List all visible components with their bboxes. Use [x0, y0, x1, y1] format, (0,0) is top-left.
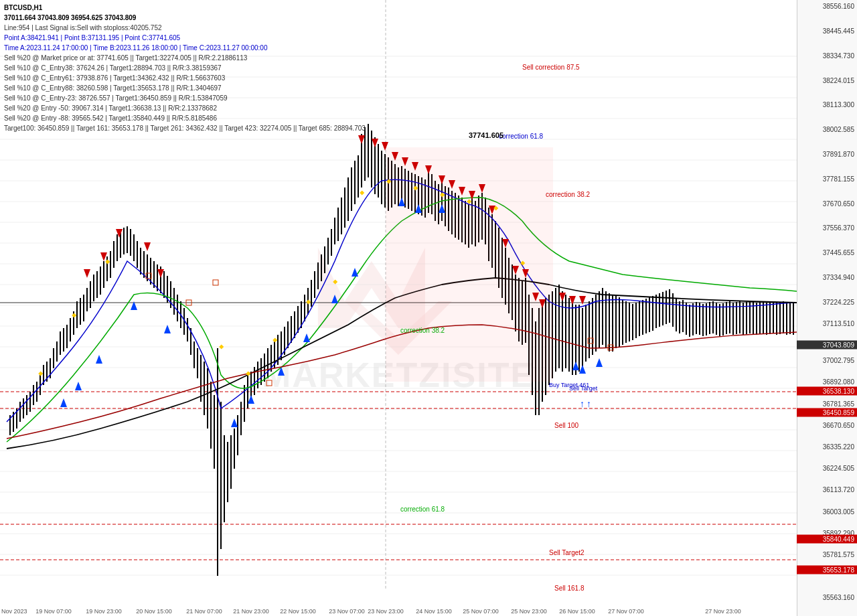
svg-rect-332	[266, 380, 272, 386]
price-35653-highlight: 35653.178	[797, 566, 857, 574]
svg-marker-287	[596, 358, 603, 367]
time-24nov-15: 24 Nov 15:00	[416, 608, 452, 615]
time-21nov-07: 21 Nov 07:00	[186, 608, 222, 615]
svg-marker-292	[157, 269, 164, 278]
svg-rect-317	[219, 344, 224, 349]
time-27nov-07: 27 Nov 07:00	[608, 608, 644, 615]
price-36003: 36003.005	[823, 508, 854, 515]
buy-signal-arrow-2: ↑	[587, 398, 591, 409]
time-18nov: 18 Nov 2023	[0, 608, 27, 615]
svg-marker-289	[100, 252, 107, 261]
price-35840-highlight: 35840.449	[797, 535, 857, 544]
buy-signal-arrow-1: ↑	[580, 398, 585, 409]
sell-line-1: Sell %20 @ Market price or at: 37741.605…	[4, 53, 366, 63]
indicator-line1: Line:954 | Last Signal is:Sell with stop…	[4, 23, 366, 33]
time-25nov-23: 25 Nov 23:00	[511, 608, 547, 615]
price-37002: 37002.795	[823, 357, 854, 364]
indicator-line3: Time A:2023.11.24 17:00:00 | Time B:2023…	[4, 43, 366, 53]
svg-marker-311	[559, 293, 566, 301]
svg-marker-276	[231, 418, 238, 427]
correction-61-8-bot: correction 61.8	[400, 506, 445, 513]
chart-title: BTCUSD,H1	[4, 3, 366, 13]
svg-rect-319	[272, 337, 277, 342]
sell-100: Sell 100	[554, 422, 578, 429]
sell-target-label: Sell Target	[569, 385, 597, 392]
sell-line-7: Sell %20 @ Entry -88: 39565.542 | Target…	[4, 113, 366, 123]
time-21nov-23: 21 Nov 23:00	[233, 608, 269, 615]
svg-marker-312	[569, 296, 576, 305]
info-panel: BTCUSD,H1 37011.664 37043.809 36954.625 …	[0, 0, 370, 136]
sell-161-8: Sell 161.8	[554, 585, 584, 592]
price-current: 37043.809	[797, 341, 857, 350]
price-37334: 37334.940	[823, 274, 854, 281]
correction-38-2-top: correction 38.2	[546, 191, 590, 198]
time-19nov-23: 19 Nov 23:00	[86, 608, 122, 615]
sell-line-2: Sell %10 @ C_Entry38: 37624.26 | Target1…	[4, 63, 366, 73]
svg-rect-321	[333, 279, 337, 284]
price-36538-highlight: 36538.130	[797, 387, 857, 396]
price-38556: 38556.160	[823, 3, 854, 10]
time-26nov-15: 26 Nov 15:00	[559, 608, 595, 615]
chart-container: BTCUSD,H1 37011.664 37043.809 36954.625 …	[0, 0, 857, 616]
time-19nov-07: 19 Nov 07:00	[35, 608, 72, 615]
sell-lines: Sell %20 @ Market price or at: 37741.605…	[4, 53, 366, 123]
price-38224: 38224.015	[823, 76, 854, 84]
chart-values: 37011.664 37043.809 36954.625 37043.809	[4, 13, 366, 23]
svg-marker-277	[248, 395, 254, 404]
price-37113: 37113.510	[823, 320, 854, 327]
price-37781: 37781.155	[823, 175, 854, 182]
svg-marker-288	[84, 269, 90, 278]
price-36450-highlight: 36450.859	[797, 408, 857, 417]
svg-marker-278	[278, 367, 285, 376]
time-scale: 18 Nov 2023 19 Nov 07:00 19 Nov 23:00 20…	[0, 603, 797, 616]
svg-rect-270	[386, 147, 553, 382]
svg-marker-291	[144, 242, 151, 251]
time-27nov-23: 27 Nov 23:00	[705, 608, 741, 615]
svg-marker-294	[372, 139, 378, 147]
svg-rect-316	[105, 259, 110, 264]
time-23nov-23: 23 Nov 23:00	[368, 608, 404, 615]
sell-correction-87-5: Sell correction 87.5	[522, 64, 580, 71]
correction-38-2-mid: correction 38.2	[400, 327, 445, 334]
time-20nov-15: 20 Nov 15:00	[136, 608, 172, 615]
sell-line-3: Sell %10 @ C_Entry61: 37938.876 | Target…	[4, 73, 366, 83]
svg-marker-280	[331, 295, 338, 303]
price-37224: 37224.225	[823, 298, 854, 305]
price-38113: 38113.300	[823, 101, 854, 108]
time-25nov-07: 25 Nov 07:00	[463, 608, 499, 615]
svg-marker-281	[352, 268, 358, 277]
svg-marker-273	[96, 355, 102, 364]
svg-marker-313	[579, 296, 586, 305]
svg-marker-285	[572, 362, 579, 370]
price-38334: 38334.730	[823, 52, 854, 59]
svg-rect-314	[38, 371, 43, 376]
sell-line-5: Sell %10 @ C_Entry-23: 38726.557 | Targe…	[4, 93, 366, 103]
price-36224: 36224.505	[823, 465, 854, 472]
price-38002: 38002.585	[823, 126, 854, 133]
svg-marker-279	[303, 333, 310, 342]
price-37670: 37670.650	[823, 200, 854, 207]
svg-rect-315	[72, 313, 76, 317]
price-bottom: 35563.160	[823, 594, 854, 601]
price-36670: 36670.650	[823, 421, 854, 429]
sell-line-6: Sell %20 @ Entry -50: 39067.314 | Target…	[4, 103, 366, 113]
price-37445: 37445.655	[823, 249, 854, 256]
svg-marker-271	[60, 398, 67, 407]
svg-rect-322	[360, 190, 364, 195]
svg-marker-286	[579, 365, 586, 374]
svg-marker-272	[75, 382, 82, 390]
price-36892: 36892.080	[823, 378, 854, 386]
price-37556: 37556.370	[823, 224, 854, 232]
sell-line-4: Sell %10 @ C_Entry88: 38260.598 | Target…	[4, 83, 366, 93]
price-36781: 36781.365	[823, 400, 854, 407]
price-scale: 38556.160 38445.445 38334.730 38224.015 …	[797, 0, 857, 616]
price-36335: 36335.220	[823, 443, 854, 451]
price-35781: 35781.575	[823, 551, 854, 558]
targets-line: Target100: 36450.859 || Target 161: 3565…	[4, 123, 366, 133]
svg-marker-293	[358, 135, 365, 144]
time-22nov-15: 22 Nov 15:00	[280, 608, 316, 615]
time-23nov-07: 23 Nov 07:00	[329, 608, 365, 615]
price-38445: 38445.445	[823, 27, 854, 35]
price-36113: 36113.720	[823, 486, 854, 493]
price-37891: 37891.870	[823, 151, 854, 158]
